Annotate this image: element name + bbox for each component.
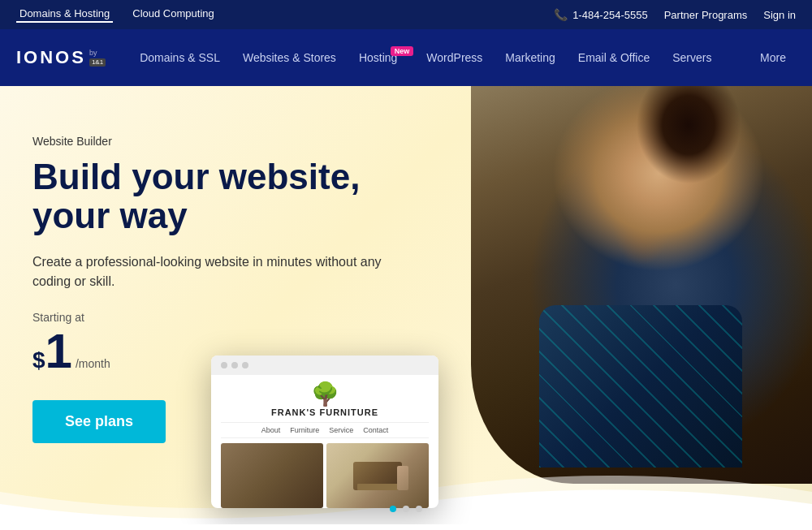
hero-section: Website Builder Build your website, your… (0, 86, 812, 524)
partner-programs-link[interactable]: Partner Programs (664, 9, 748, 21)
new-badge: New (391, 46, 414, 56)
nav-item-hosting[interactable]: Hosting New (349, 45, 413, 71)
dot-1[interactable] (403, 506, 409, 512)
nav-item-email[interactable]: Email & Office (568, 45, 659, 71)
nav-item-marketing[interactable]: Marketing (495, 45, 564, 71)
mockup-gallery (221, 443, 429, 508)
browser-dot-2 (231, 362, 238, 368)
mockup-nav-service: Service (329, 426, 353, 434)
hero-image-area (447, 86, 812, 484)
phone-number: 1-484-254-5555 (572, 9, 648, 21)
see-plans-button[interactable]: See plans (32, 400, 166, 443)
hero-photo (471, 86, 812, 484)
browser-dot-1 (221, 362, 227, 368)
hero-title: Build your website, your way (32, 157, 390, 236)
mockup-nav: About Furniture Service Contact (221, 422, 429, 438)
dot-indicator (390, 506, 422, 512)
main-nav: IONOS by 1&1 Domains & SSL Websites & St… (0, 29, 812, 86)
topbar-link-cloud[interactable]: Cloud Computing (129, 7, 217, 23)
mockup-browser-bar (211, 355, 438, 375)
pricing-label: Starting at (32, 311, 390, 324)
mockup-nav-contact: Contact (363, 426, 388, 434)
mockup-content: 🌳 FRANK'S FURNITURE About Furniture Serv… (211, 375, 438, 508)
nav-more[interactable]: More (750, 45, 796, 71)
logo-by: by 1&1 (89, 50, 106, 67)
nav-item-websites[interactable]: Websites & Stores (233, 45, 346, 71)
phone-icon: 📞 (554, 8, 568, 21)
sign-in-link[interactable]: Sign in (763, 9, 796, 21)
top-bar: Domains & Hosting Cloud Computing 📞 1-48… (0, 0, 812, 29)
hero-description: Create a professional-looking website in… (32, 252, 390, 291)
mockup-nav-furniture: Furniture (290, 426, 319, 434)
phone-link[interactable]: 📞 1-484-254-5555 (554, 8, 648, 21)
nav-item-servers[interactable]: Servers (663, 45, 721, 71)
mockup-image-right (326, 443, 429, 508)
logo[interactable]: IONOS by 1&1 (16, 47, 106, 68)
dot-0[interactable] (390, 506, 396, 512)
logo-text: IONOS (16, 47, 86, 68)
top-bar-right: 📞 1-484-254-5555 Partner Programs Sign i… (554, 8, 796, 21)
topbar-link-domains[interactable]: Domains & Hosting (16, 7, 113, 23)
price-period: /month (76, 357, 110, 370)
tree-icon: 🌳 (221, 383, 429, 406)
browser-dot-3 (242, 362, 248, 368)
mockup-header: 🌳 FRANK'S FURNITURE (221, 383, 429, 417)
mockup-store-name: FRANK'S FURNITURE (221, 407, 429, 417)
price-number: 1 (45, 327, 72, 376)
price-dollar: $ (32, 347, 45, 373)
top-bar-left: Domains & Hosting Cloud Computing (16, 7, 218, 23)
nav-items: Domains & SSL Websites & Stores Hosting … (130, 45, 796, 71)
nav-item-domains[interactable]: Domains & SSL (130, 45, 230, 71)
mockup-nav-about: About (261, 426, 281, 434)
nav-item-wordpress[interactable]: WordPress (417, 45, 492, 71)
website-mockup: 🌳 FRANK'S FURNITURE About Furniture Serv… (211, 355, 438, 508)
dot-2[interactable] (416, 506, 422, 512)
logo-badge: 1&1 (89, 58, 106, 67)
hero-label: Website Builder (32, 135, 390, 148)
mockup-image-left (221, 443, 323, 508)
